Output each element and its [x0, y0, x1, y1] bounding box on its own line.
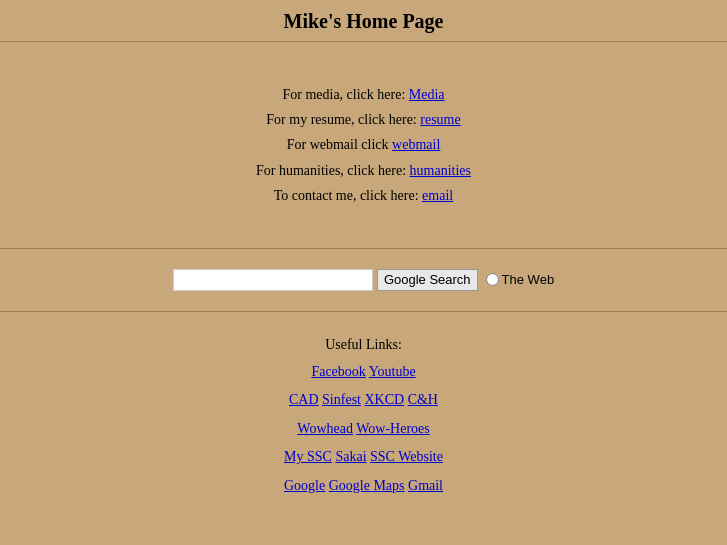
web-radio-label[interactable]: The Web [486, 272, 555, 287]
useful-link[interactable]: C&H [408, 392, 438, 407]
useful-link[interactable]: Wowhead [297, 421, 353, 436]
link-group: Google Google Maps Gmail [0, 473, 727, 500]
useful-link[interactable]: XKCD [364, 392, 404, 407]
link-group: CAD Sinfest XKCD C&H [0, 387, 727, 414]
link-groups: Facebook YoutubeCAD Sinfest XKCD C&HWowh… [0, 359, 727, 500]
web-radio-text: The Web [502, 272, 555, 287]
email-link[interactable]: email [422, 188, 453, 203]
useful-link[interactable]: Sakai [335, 449, 366, 464]
resume-link[interactable]: resume [420, 112, 460, 127]
useful-link[interactable]: Facebook [311, 364, 365, 379]
useful-link[interactable]: Gmail [408, 478, 443, 493]
useful-link[interactable]: Google [284, 478, 325, 493]
resume-line: For my resume, click here: resume [20, 107, 707, 132]
humanities-text: For humanities, click here: [256, 163, 410, 178]
search-section: Google Search The Web [0, 249, 727, 312]
search-form: Google Search The Web [173, 269, 554, 291]
useful-link[interactable]: Sinfest [322, 392, 361, 407]
header-section: Mike's Home Page [0, 0, 727, 42]
search-input[interactable] [173, 269, 373, 291]
link-group: My SSC Sakai SSC Website [0, 444, 727, 471]
humanities-link[interactable]: humanities [410, 163, 471, 178]
main-links-section: For media, click here: Media For my resu… [0, 42, 727, 249]
useful-link[interactable]: Youtube [369, 364, 416, 379]
google-search-button[interactable]: Google Search [377, 269, 478, 291]
useful-link[interactable]: Wow-Heroes [356, 421, 430, 436]
useful-links-section: Useful Links: Facebook YoutubeCAD Sinfes… [0, 312, 727, 522]
page-title: Mike's Home Page [0, 10, 727, 33]
humanities-line: For humanities, click here: humanities [20, 158, 707, 183]
contact-text: To contact me, click here: [274, 188, 422, 203]
link-group: Wowhead Wow-Heroes [0, 416, 727, 443]
media-line: For media, click here: Media [20, 82, 707, 107]
media-link[interactable]: Media [409, 87, 445, 102]
contact-line: To contact me, click here: email [20, 183, 707, 208]
useful-link[interactable]: Google Maps [329, 478, 405, 493]
media-text: For media, click here: [282, 87, 408, 102]
webmail-link[interactable]: webmail [392, 137, 440, 152]
useful-link[interactable]: CAD [289, 392, 319, 407]
link-group: Facebook Youtube [0, 359, 727, 386]
useful-link[interactable]: SSC Website [370, 449, 443, 464]
webmail-line: For webmail click webmail [20, 132, 707, 157]
web-radio[interactable] [486, 273, 499, 286]
resume-text: For my resume, click here: [266, 112, 420, 127]
webmail-text: For webmail click [287, 137, 392, 152]
useful-links-title: Useful Links: [0, 332, 727, 359]
useful-link[interactable]: My SSC [284, 449, 332, 464]
